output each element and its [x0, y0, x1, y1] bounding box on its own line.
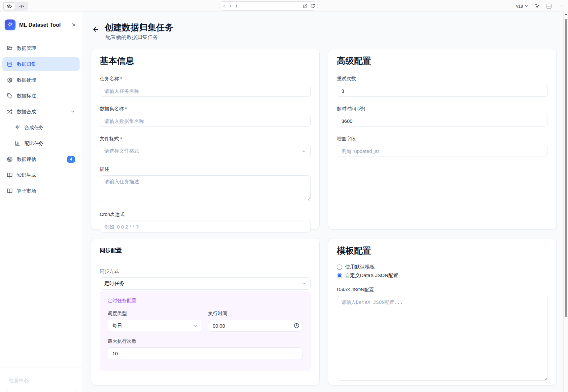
exec-time-input[interactable] [208, 320, 303, 332]
sidebar-header: ML Dataset Tool [0, 12, 82, 38]
app-title: ML Dataset Tool [19, 22, 70, 28]
custom-datax-label: 自定义DataX JSON配置 [345, 272, 398, 279]
chevron-down-icon [193, 324, 198, 328]
sidebar-footer: 任务中心 [0, 368, 82, 392]
default-template-label: 使用默认模板 [345, 264, 375, 270]
arrow-left-icon [92, 26, 99, 33]
schedule-type-value: 每日 [112, 323, 193, 329]
app-logo [5, 19, 16, 30]
max-exec-input[interactable] [108, 347, 303, 359]
sidebar-item-data-evaluation[interactable]: 数据评估 4 [2, 152, 80, 166]
sidebar-item-label: 配比任务 [24, 140, 44, 147]
sidebar-item-data-collection[interactable]: 数据归集 [2, 57, 80, 71]
browser-toolbar: </> / v18 [0, 0, 568, 12]
cron-label: Cron表达式 [100, 211, 311, 218]
tag-icon [7, 93, 13, 99]
sidebar-item-label: 算子市场 [17, 188, 36, 194]
bar-chart-icon [15, 141, 20, 146]
incremental-field-input[interactable] [337, 145, 548, 157]
scheduled-task-panel: 定时任务配置 调度类型 每日 执行时间 [100, 291, 311, 371]
folder-open-icon [7, 46, 13, 51]
close-sidebar-button[interactable] [70, 21, 77, 28]
retry-count-input[interactable] [337, 85, 548, 97]
sidebar-item-synthesis-task[interactable]: 合成任务 [10, 121, 80, 134]
book-open-icon [7, 188, 13, 194]
sidebar-item-data-management[interactable]: 数据管理 [2, 41, 80, 55]
sync-mode-select[interactable]: 定时任务 [100, 277, 311, 290]
scrollbar-thumb[interactable] [565, 19, 567, 317]
max-exec-label: 最大执行次数 [108, 338, 303, 344]
schedule-type-label: 调度类型 [108, 310, 202, 317]
address-bar[interactable]: / [219, 1, 318, 11]
target-icon [7, 157, 13, 162]
cron-input[interactable] [100, 221, 311, 232]
sidebar-item-label: 知识生成 [17, 172, 36, 178]
main-content: 创建数据归集任务 配置新的数据归集任务 基本信息 任务名称 * 数据集名称 * … [82, 12, 563, 392]
eye-icon [7, 4, 12, 9]
sync-mode-label: 同步方式 [100, 268, 311, 274]
file-format-select[interactable]: 请选择文件格式 [100, 145, 311, 157]
vertical-scrollbar[interactable] [563, 12, 568, 392]
back-button[interactable] [92, 26, 99, 33]
dataset-name-input[interactable] [100, 115, 311, 127]
timeout-label: 超时时间 (秒) [337, 106, 548, 112]
sync-mode-value: 定时任务 [104, 280, 302, 287]
sidebar-item-label: 数据标注 [17, 93, 36, 99]
page-title: 创建数据归集任务 [105, 22, 173, 33]
sidebar-item-knowledge-generation[interactable]: 知识生成 [2, 168, 80, 182]
back-nav-icon[interactable] [222, 4, 226, 8]
sidebar: ML Dataset Tool 数据管理 数据归集 数据处理 数据标注 数据合成 [0, 12, 82, 392]
close-icon [71, 22, 76, 27]
dataset-name-label: 数据集名称 * [100, 106, 311, 112]
file-format-value: 请选择文件格式 [104, 148, 302, 154]
refresh-icon[interactable] [310, 4, 315, 8]
exec-time-label: 执行时间 [208, 310, 303, 317]
task-name-input[interactable] [100, 85, 311, 97]
database-icon [7, 61, 13, 67]
timeout-input[interactable] [337, 115, 548, 127]
sidebar-item-data-labeling[interactable]: 数据标注 [2, 89, 80, 103]
forward-nav-icon[interactable] [228, 4, 232, 8]
custom-datax-radio[interactable] [337, 273, 342, 278]
description-label: 描述 [100, 166, 311, 172]
description-textarea[interactable] [100, 175, 311, 201]
sidebar-item-operator-market[interactable]: 算子市场 [2, 184, 80, 198]
sidebar-item-label: 数据处理 [17, 77, 36, 83]
advanced-config-card: 高级配置 重试次数 超时时间 (秒) 增量字段 [328, 49, 557, 230]
datax-json-label: DataX JSON配置 [337, 287, 548, 293]
sparkles-icon [7, 22, 13, 28]
page-subtitle: 配置新的数据归集任务 [105, 34, 158, 41]
more-menu-icon[interactable] [558, 3, 563, 9]
version-dropdown[interactable]: v18 [516, 4, 528, 9]
schedule-type-select[interactable]: 每日 [108, 320, 202, 332]
sync-config-card: 同步配置 同步方式 定时任务 定时任务配置 调度类型 每日 执行时间 [91, 238, 320, 385]
datax-json-textarea[interactable] [337, 296, 548, 381]
scroll-up-arrow-icon[interactable] [565, 13, 567, 15]
basic-info-title: 基本信息 [100, 55, 311, 67]
retry-count-label: 重试次数 [337, 76, 548, 82]
default-template-option[interactable]: 使用默认模板 [337, 264, 548, 270]
sidebar-item-label: 数据归集 [17, 61, 36, 67]
sidebar-item-ratio-task[interactable]: 配比任务 [10, 136, 80, 150]
gear-icon [7, 77, 13, 83]
chevron-down-icon [524, 4, 528, 8]
template-config-title: 模板配置 [337, 245, 548, 257]
preview-toggle-button[interactable] [3, 2, 15, 10]
panel-layout-icon[interactable] [546, 3, 552, 9]
pointer-tool-icon[interactable] [535, 3, 540, 9]
sidebar-item-label: 数据合成 [17, 109, 36, 115]
chevron-down-icon [70, 109, 75, 114]
custom-datax-option[interactable]: 自定义DataX JSON配置 [337, 272, 548, 279]
file-format-label: 文件格式 * [100, 136, 311, 142]
sync-config-title: 同步配置 [100, 247, 311, 254]
shuffle-icon [7, 109, 13, 115]
template-radio-group: 使用默认模板 自定义DataX JSON配置 [337, 264, 548, 279]
view-mode-toggle: </> [3, 2, 28, 11]
default-template-radio[interactable] [337, 265, 342, 270]
code-toggle-button[interactable]: </> [16, 2, 27, 10]
url-path[interactable]: / [236, 4, 303, 9]
sidebar-item-data-synthesis[interactable]: 数据合成 [2, 105, 80, 119]
sidebar-item-data-processing[interactable]: 数据处理 [2, 73, 80, 87]
advanced-config-title: 高级配置 [337, 55, 548, 67]
open-external-icon[interactable] [303, 4, 307, 8]
